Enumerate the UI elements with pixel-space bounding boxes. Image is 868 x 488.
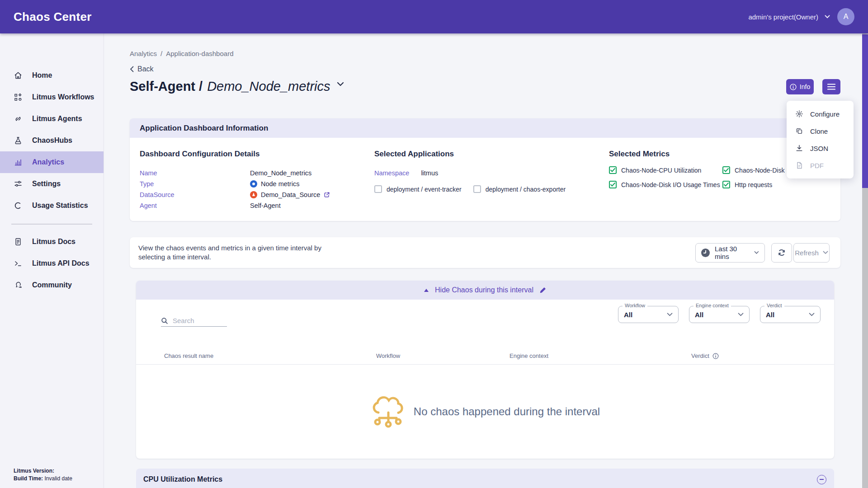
hamburger-icon bbox=[827, 84, 835, 90]
sidebar-item-home[interactable]: Home bbox=[0, 65, 104, 86]
hide-chaos-toggle[interactable]: Hide Chaos during this interval bbox=[136, 281, 834, 300]
sidebar-item-usage-statistics[interactable]: Usage Statistics bbox=[0, 195, 104, 216]
verdict-filter-select[interactable]: Verdict All bbox=[760, 306, 821, 323]
breadcrumb-analytics[interactable]: Analytics bbox=[130, 50, 157, 57]
json-download-icon bbox=[795, 144, 803, 152]
sidebar-item-label: Litmus Docs bbox=[32, 238, 75, 246]
app-title: Chaos Center bbox=[14, 10, 92, 24]
sidebar-item-label: Usage Statistics bbox=[32, 202, 88, 210]
config-label: Type bbox=[140, 180, 250, 188]
config-value: Demo_Data_Source bbox=[261, 191, 320, 198]
refresh-interval-select[interactable]: Refresh bbox=[793, 243, 830, 263]
prometheus-icon bbox=[250, 191, 257, 198]
config-label: DataSource bbox=[140, 191, 250, 198]
menu-item-label: Configure bbox=[810, 110, 840, 118]
column-header-workflow: Workflow bbox=[376, 352, 509, 359]
workflow-filter-select[interactable]: Workflow All bbox=[618, 306, 679, 323]
config-label: Name bbox=[140, 169, 250, 177]
project-switcher[interactable]: admin's project(Owner) bbox=[748, 13, 830, 21]
refresh-button[interactable] bbox=[771, 243, 792, 263]
sidebar-item-community[interactable]: Community bbox=[0, 274, 104, 296]
community-icon bbox=[14, 281, 23, 290]
sidebar-item-analytics[interactable]: Analytics bbox=[0, 151, 104, 173]
home-icon bbox=[14, 71, 23, 80]
api-docs-icon bbox=[14, 259, 23, 268]
avatar[interactable]: A bbox=[837, 8, 854, 25]
chevron-down-icon bbox=[738, 313, 744, 316]
checkbox-label: Http requests bbox=[735, 181, 772, 188]
node-metrics-icon bbox=[250, 180, 257, 188]
edit-pencil-icon[interactable] bbox=[539, 286, 547, 294]
menu-item-configure[interactable]: Configure bbox=[787, 105, 854, 122]
menu-item-pdf: PDF bbox=[787, 157, 854, 174]
sidebar-item-label: Home bbox=[32, 71, 52, 80]
checkbox-checked-icon bbox=[722, 181, 730, 188]
chaos-center-app: Chaos Center admin's project(Owner) A Ho… bbox=[0, 0, 868, 488]
clock-icon bbox=[701, 249, 710, 257]
build-time-label: Build Time: bbox=[14, 475, 43, 482]
back-button[interactable]: Back bbox=[130, 65, 161, 73]
checkbox-checked-icon bbox=[609, 166, 617, 174]
avatar-initial: A bbox=[844, 13, 849, 21]
engine-context-filter-select[interactable]: Engine context All bbox=[689, 306, 750, 323]
column-header-chaos-result-name: Chaos result name bbox=[164, 352, 376, 359]
app-checkbox-event-tracker[interactable]: deployment / event-tracker bbox=[374, 185, 462, 193]
scrollbar-thumb[interactable] bbox=[862, 34, 868, 188]
sidebar-item-litmus-api-docs[interactable]: Litmus API Docs bbox=[0, 253, 104, 274]
chevron-down-icon bbox=[809, 313, 815, 316]
sidebar-item-litmus-docs[interactable]: Litmus Docs bbox=[0, 231, 104, 253]
metric-checkbox-cpu-utilization[interactable]: Chaos-Node-CPU Utilization bbox=[609, 166, 722, 174]
info-button[interactable]: Info bbox=[786, 79, 814, 94]
time-interval-bar: View the chaos events and metrics in a g… bbox=[130, 237, 840, 268]
sidebar-item-label: Community bbox=[32, 281, 72, 289]
title-agent: Self-Agent / bbox=[130, 79, 203, 94]
top-header-bar: Chaos Center admin's project(Owner) A bbox=[0, 0, 868, 33]
more-options-button[interactable] bbox=[822, 79, 840, 94]
page-title: Self-Agent / Demo_Node_metrics bbox=[130, 79, 330, 94]
sidebar-item-label: Litmus Workflows bbox=[32, 93, 94, 101]
menu-item-json[interactable]: JSON bbox=[787, 140, 854, 157]
checkbox-unchecked-icon bbox=[374, 185, 382, 193]
sidebar-item-litmus-workflows[interactable]: Litmus Workflows bbox=[0, 86, 104, 108]
collapse-minus-icon[interactable] bbox=[817, 475, 826, 484]
selected-applications-section: Selected Applications Namespace litmus d… bbox=[374, 150, 609, 221]
sidebar-item-chaoshubs[interactable]: ChaosHubs bbox=[0, 130, 104, 151]
checkbox-label: Chaos-Node-CPU Utilization bbox=[621, 167, 701, 174]
time-range-select[interactable]: Last 30 mins bbox=[695, 243, 765, 263]
build-time-value: Invalid date bbox=[44, 475, 72, 482]
workflows-icon bbox=[14, 93, 23, 102]
sidebar-item-litmus-agents[interactable]: Litmus Agents bbox=[0, 108, 104, 130]
namespace-label: Namespace bbox=[374, 169, 409, 177]
menu-item-clone[interactable]: Clone bbox=[787, 122, 854, 140]
metric-checkbox-http-requests[interactable]: Http requests bbox=[722, 181, 840, 188]
checkbox-label: Chaos-Node-Disk I/O Usage Times bbox=[621, 181, 720, 188]
checkbox-unchecked-icon bbox=[473, 185, 481, 193]
filter-label: Verdict bbox=[764, 303, 784, 308]
external-link-icon[interactable] bbox=[324, 192, 330, 198]
verdict-info-icon[interactable] bbox=[712, 353, 719, 359]
title-chevron-down-icon[interactable] bbox=[337, 82, 344, 86]
cpu-section-title: CPU Utilization Metrics bbox=[143, 475, 222, 483]
back-label: Back bbox=[137, 65, 154, 73]
filter-value: All bbox=[624, 311, 632, 319]
metric-checkbox-disk-io-times[interactable]: Chaos-Node-Disk I/O Usage Times bbox=[609, 181, 722, 188]
agents-icon bbox=[14, 114, 23, 123]
sidebar-item-settings[interactable]: Settings bbox=[0, 173, 104, 195]
options-dropdown-menu: Configure Clone JSON bbox=[787, 101, 854, 178]
filter-value: All bbox=[695, 311, 703, 319]
breadcrumb-separator: / bbox=[160, 50, 162, 57]
page-scrollbar bbox=[862, 33, 868, 488]
menu-item-label: PDF bbox=[810, 162, 824, 169]
breadcrumb-current: Application-dashboard bbox=[166, 50, 233, 57]
menu-item-label: JSON bbox=[810, 145, 828, 152]
version-footer: Litmus Version: Build Time: Invalid date bbox=[14, 467, 72, 483]
breadcrumb: Analytics / Application-dashboard bbox=[130, 50, 840, 57]
search-input[interactable] bbox=[173, 317, 222, 324]
app-checkbox-chaos-exporter[interactable]: deployment / chaos-exporter bbox=[473, 185, 566, 193]
config-row-agent: Agent Self-Agent bbox=[140, 200, 374, 211]
section-title: Selected Applications bbox=[374, 150, 609, 159]
table-filters-row: Workflow All Engine context All Verdict … bbox=[136, 300, 834, 339]
analytics-icon bbox=[14, 158, 23, 167]
settings-icon bbox=[14, 179, 23, 188]
time-range-value: Last 30 mins bbox=[715, 245, 749, 260]
